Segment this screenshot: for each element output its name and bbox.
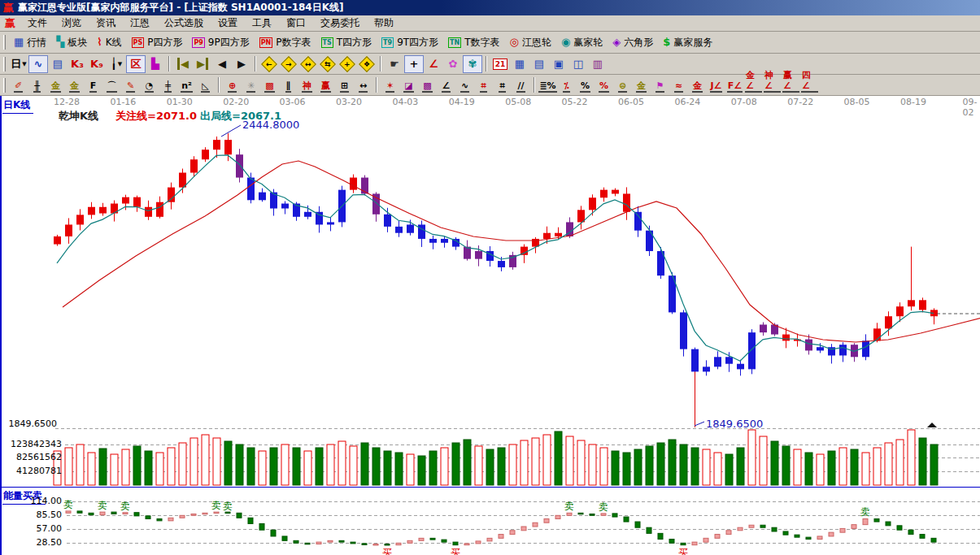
box-web-tool[interactable]: ▩ [418,76,437,93]
9p-square-button[interactable]: P99P四方形 [187,33,254,52]
first-page-button[interactable]: ◀ [173,55,193,73]
f-angle-tool[interactable]: F∠ [725,76,744,93]
hline-tool[interactable]: ╫ [28,76,46,93]
zoom-all-button[interactable]: ❖ [357,55,377,73]
gold-lines-2-tool[interactable]: 金 [65,76,84,93]
grid-123-tool[interactable]: ⊞ [335,76,354,93]
flag-pen-tool[interactable]: ⚑ [651,76,669,93]
ray-fan-tool[interactable]: ✶ [381,76,399,93]
gann-brain-button[interactable]: ✾ [463,55,482,73]
menu-news[interactable]: 资讯 [89,15,123,32]
trend-chart-button[interactable]: ∿ [28,55,48,73]
last-page-button[interactable]: ▶ [193,55,212,73]
ying-angle-tool[interactable]: 赢∠ [782,76,800,93]
zigzag-tool[interactable]: ∿ [455,76,474,93]
angle-measure-button[interactable]: ∠ [424,55,443,73]
notes-button[interactable]: ▤ [529,55,549,73]
n-square-icon: n² [181,80,193,93]
hand-tool-button[interactable]: ☛ [385,55,404,73]
menu-formula-stock-pick[interactable]: 公式选股 [157,15,211,32]
9t-square-button[interactable]: T99T四方形 [377,33,443,52]
box-fan-tool[interactable]: ◪ [399,76,418,93]
winner-service-button[interactable]: $赢家服务 [658,33,717,52]
parallel-lines-tool[interactable]: ∕∕ [512,76,530,93]
toolbar-separator [534,77,535,93]
period-selector-button[interactable]: 日▼ [9,55,28,73]
candle-style-button[interactable]: ╽▼ [107,55,126,73]
zoom-in-button[interactable]: + [338,55,357,73]
p-table-button[interactable]: PNP数字表 [255,33,316,52]
color-bar-button[interactable]: ▙ [146,55,165,73]
notes-icon: ▤ [534,58,544,70]
zoom-right-button[interactable]: → [279,55,298,73]
menu-trade[interactable]: 交易委托 [313,15,367,32]
angle-ruler-tool[interactable]: ◺ [196,76,215,93]
menu-window[interactable]: 窗口 [279,15,313,32]
app-logo-icon: 赢 [3,1,14,15]
wave-tool[interactable]: ≈ [669,76,688,93]
toolbar-separator [218,77,220,93]
menu-settings[interactable]: 设置 [211,15,245,32]
cycle-tool[interactable]: ◔ [140,76,159,93]
percent-tick-tool[interactable]: ∥ [279,76,298,93]
grid-red-tool[interactable]: ⌗ [474,76,493,93]
winner-wheel-button[interactable]: ◉赢家轮 [556,33,608,52]
menu-help[interactable]: 帮助 [367,15,401,32]
percent-line-tool[interactable]: % [595,76,613,93]
overlay-9-button[interactable]: K₉ [87,55,107,73]
n-square-tool[interactable]: n² [177,76,196,93]
ying-lines-tool[interactable]: 赢 [316,76,335,93]
hexagon-button[interactable]: ◈六角形 [608,33,658,52]
spiral-tool[interactable]: ⌒ [102,76,121,93]
t-square-button[interactable]: TST四方形 [316,33,377,52]
gold-red-tool[interactable]: 金 [688,76,707,93]
shen-angle-tool[interactable]: 神∠ [763,76,782,93]
si-angle-tool[interactable]: 四∠ [800,76,819,93]
grid-corner-tool[interactable]: ⌗ [493,76,512,93]
calculator-button[interactable]: ▦ [510,55,529,73]
menu-file[interactable]: 文件 [20,15,54,32]
sectors-button[interactable]: ▚板块 [51,33,92,52]
pen-lines-tool[interactable]: ✎ [121,76,140,93]
next-page-button[interactable]: ▶ [232,55,251,73]
menu-gann[interactable]: 江恩 [123,15,157,32]
menu-browse[interactable]: 浏览 [54,15,89,32]
overlay-3-button[interactable]: K₃ [68,55,87,73]
multi-line-tool[interactable]: ╪ [159,76,177,93]
calendar-button[interactable]: 21 [490,55,510,73]
save-button[interactable]: ▣ [549,55,568,73]
gann-wheel-button[interactable]: ◎江恩轮 [505,33,556,52]
gann-web-tool[interactable]: ✳ [242,76,260,93]
p-square-button[interactable]: PSP四方形 [127,33,188,52]
zoom-left-button[interactable]: ← [259,55,279,73]
restore-rights-button[interactable]: 区 [126,55,146,73]
percent-slant-tool[interactable]: ⁒ [557,76,576,93]
gold-angle-tool[interactable]: 金∠ [744,76,763,93]
kline-button[interactable]: ⌇K线 [92,33,126,52]
zoom-h-shrink-button[interactable]: ⇆ [318,55,338,73]
quotes-button[interactable]: ▦行情 [9,33,51,52]
crosshair-button[interactable]: + [404,55,424,73]
percent-tool[interactable]: % [576,76,595,93]
gold-circle-tool[interactable]: ⊜ [613,76,632,93]
print-button[interactable]: ▥ [588,55,608,73]
trend-angle-tool[interactable]: ∠ [437,76,455,93]
menu-tools[interactable]: 工具 [245,15,279,32]
gear-tool-button[interactable]: ✿ [443,55,463,73]
percent-ruler-tool[interactable]: ≣% [538,76,557,93]
svg-text:买: 买 [678,547,688,555]
gold-lines-tool[interactable]: 金 [46,76,65,93]
web-grid-tool[interactable]: ▩ [260,76,279,93]
gann-fan-tool[interactable]: ⊕ [223,76,242,93]
info-list-button[interactable]: ▤ [48,55,68,73]
export-button[interactable]: ◫ [568,55,588,73]
shen-lines-tool[interactable]: 神 [298,76,316,93]
gold-bar-tool[interactable]: 金 [632,76,651,93]
j-angle-tool[interactable]: J∠ [707,76,725,93]
t-table-button[interactable]: TNT数字表 [443,33,505,52]
width-measure-tool[interactable]: ↔ [354,76,372,93]
fibonacci-lines-tool[interactable]: F [84,76,102,93]
brush-tool[interactable]: ✐ [9,76,28,93]
prev-page-button[interactable]: ◀ [212,55,232,73]
zoom-h-expand-button[interactable]: ↔ [298,55,318,73]
